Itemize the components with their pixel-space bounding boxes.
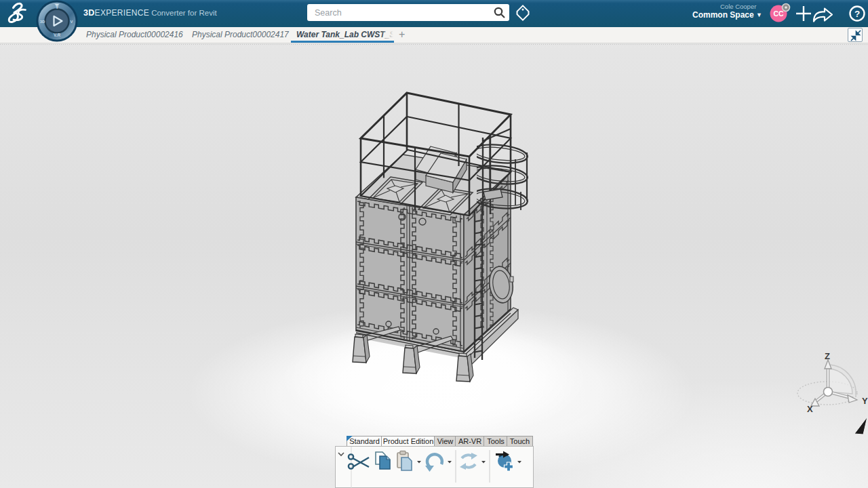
svg-text:V.R: V.R xyxy=(54,33,61,37)
svg-text:X: X xyxy=(807,404,813,414)
svg-text:Y: Y xyxy=(862,396,868,406)
svg-text:3D: 3D xyxy=(40,20,45,24)
svg-text:Z: Z xyxy=(825,351,830,361)
svg-text:V: V xyxy=(70,20,73,24)
